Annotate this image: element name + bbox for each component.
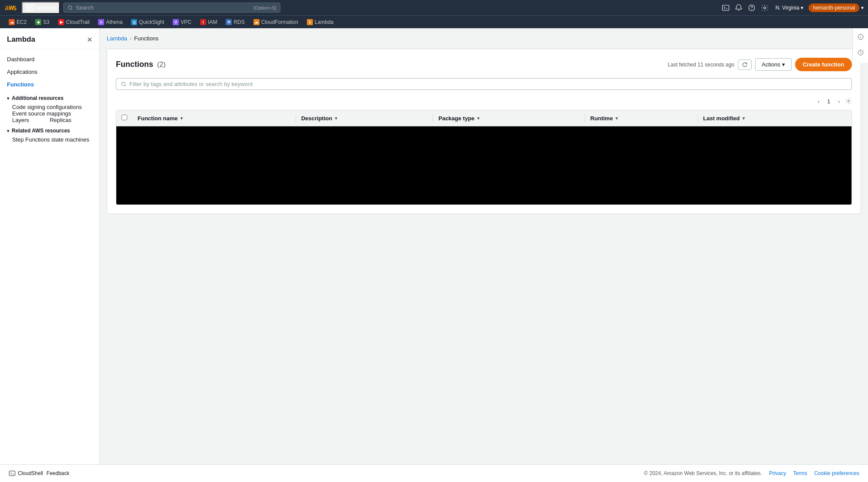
terminal-icon-button[interactable] — [720, 2, 731, 13]
breadcrumb-lambda-link[interactable]: Lambda — [107, 35, 127, 42]
page-settings-button[interactable] — [845, 98, 852, 106]
cloudtrail-label: CloudTrail — [66, 19, 89, 25]
global-search-bar: [Option+S] — [63, 3, 280, 13]
table-body — [116, 126, 852, 205]
sidebar-item-functions[interactable]: Functions — [0, 78, 99, 91]
cloudformation-tag-icon: ☁ — [253, 19, 260, 25]
lambda-tag-icon: λ — [307, 19, 313, 25]
table-header-row: Function name ▼ Description ▼ — [116, 110, 852, 126]
cookie-preferences-link[interactable]: Cookie preferences — [814, 470, 859, 476]
service-tab-cloudformation[interactable]: ☁ CloudFormation — [249, 17, 302, 27]
notifications-icon-button[interactable] — [733, 2, 744, 13]
runtime-sort[interactable]: Runtime ▼ — [590, 115, 619, 122]
right-panel-clock-button[interactable] — [855, 47, 866, 59]
account-button[interactable]: hemanth-personal — [809, 3, 859, 12]
functions-header: Functions (2) Last fetched 11 seconds ag… — [116, 58, 852, 71]
package-type-sort-icon: ▼ — [476, 116, 480, 121]
related-aws-label: Related AWS resources — [12, 128, 70, 134]
global-search-input[interactable] — [76, 4, 251, 11]
quicksight-tag-icon: Q — [131, 19, 137, 25]
svg-point-0 — [68, 6, 72, 9]
search-icon — [67, 5, 73, 11]
cloudshell-icon — [9, 470, 16, 477]
sidebar-item-dashboard[interactable]: Dashboard — [0, 53, 99, 66]
service-tab-lambda[interactable]: λ Lambda — [302, 17, 338, 27]
chevron-down-icon-2: ▾ — [7, 129, 9, 133]
refresh-button[interactable] — [738, 59, 752, 70]
function-name-label: Function name — [138, 115, 178, 122]
right-panel-info-button[interactable] — [855, 32, 866, 44]
sidebar-item-replicas[interactable]: Replicas — [38, 114, 79, 126]
refresh-icon — [742, 62, 748, 68]
service-tabs-bar: ☁ EC2 ◈ S3 ▶ CloudTrail A Athena Q Quick… — [0, 15, 868, 28]
vpc-tag-icon: V — [173, 19, 179, 25]
col-description: Description ▼ — [296, 110, 433, 126]
settings-icon-button[interactable] — [759, 2, 770, 13]
table-search-input[interactable] — [129, 81, 847, 87]
terms-link[interactable]: Terms — [793, 470, 807, 476]
service-tab-s3[interactable]: ◈ S3 — [31, 17, 54, 27]
svg-rect-1 — [722, 5, 729, 10]
functions-title-text: Functions — [116, 60, 153, 69]
create-function-button[interactable]: Create function — [795, 58, 852, 71]
top-nav: Services [Option+S] — [0, 0, 868, 15]
functions-table-container: Function name ▼ Description ▼ — [116, 110, 852, 205]
service-tab-ec2[interactable]: ☁ EC2 — [4, 17, 31, 27]
service-tab-vpc[interactable]: V VPC — [168, 17, 196, 27]
service-tab-rds[interactable]: R RDS — [221, 17, 249, 27]
description-sort[interactable]: Description ▼ — [301, 115, 338, 122]
svg-point-6 — [848, 100, 849, 102]
svg-point-4 — [764, 7, 766, 9]
quicksight-label: QuickSight — [139, 19, 164, 25]
runtime-sort-icon: ▼ — [615, 116, 619, 121]
s3-tag-icon: ◈ — [35, 19, 41, 25]
functions-title-group: Functions (2) — [116, 60, 166, 69]
sidebar-item-step-functions[interactable]: Step Functions state machines — [0, 134, 96, 145]
prev-page-button[interactable]: ‹ — [814, 97, 823, 106]
cloudtrail-tag-icon: ▶ — [58, 19, 64, 25]
sidebar-item-applications[interactable]: Applications — [0, 66, 99, 78]
sidebar-header: Lambda ✕ — [0, 28, 99, 50]
copyright-text: © 2024, Amazon Web Services, Inc. or its… — [644, 470, 762, 476]
chevron-down-icon: ▾ — [7, 96, 9, 101]
select-all-checkbox[interactable] — [122, 115, 127, 120]
last-modified-sort[interactable]: Last modified ▼ — [703, 115, 746, 122]
breadcrumb: Lambda › Functions — [107, 35, 861, 42]
last-modified-sort-icon: ▼ — [742, 116, 746, 121]
next-page-button[interactable]: › — [835, 97, 843, 106]
actions-button[interactable]: Actions ▾ — [755, 58, 792, 71]
table-header: Function name ▼ Description ▼ — [116, 110, 852, 126]
services-label: Services — [34, 4, 56, 11]
privacy-link[interactable]: Privacy — [769, 470, 786, 476]
last-modified-label: Last modified — [703, 115, 740, 122]
right-panel — [852, 28, 868, 63]
col-runtime: Runtime ▼ — [585, 110, 698, 126]
service-tab-iam[interactable]: I IAM — [196, 17, 221, 27]
nav-icons-group: N. Virginia ▾ hemanth-personal ▾ — [720, 2, 864, 13]
feedback-button[interactable]: Feedback — [46, 470, 69, 476]
help-icon-button[interactable] — [746, 2, 757, 13]
aws-logo — [4, 3, 18, 12]
rds-tag-icon: R — [226, 19, 232, 25]
iam-label: IAM — [208, 19, 217, 25]
sidebar-close-button[interactable]: ✕ — [87, 36, 92, 44]
function-name-sort[interactable]: Function name ▼ — [138, 115, 184, 122]
breadcrumb-separator: › — [130, 36, 132, 42]
services-button[interactable]: Services — [22, 2, 60, 14]
description-sort-icon: ▼ — [334, 116, 338, 121]
cloudshell-button[interactable]: CloudShell — [9, 470, 43, 477]
actions-label: Actions — [762, 61, 780, 68]
account-chevron: ▾ — [861, 5, 864, 11]
package-type-sort[interactable]: Package type ▼ — [438, 115, 480, 122]
sort-icon: ▼ — [179, 116, 184, 121]
sidebar-item-layers[interactable]: Layers — [0, 114, 36, 126]
footer-left: CloudShell Feedback — [9, 470, 69, 477]
service-tab-quicksight[interactable]: Q QuickSight — [127, 17, 168, 27]
pagination-row: ‹ 1 › — [116, 97, 852, 106]
service-tab-athena[interactable]: A Athena — [94, 17, 127, 27]
table-body-black-row — [116, 126, 852, 205]
main-content: Lambda › Functions Functions (2) Last fe… — [100, 28, 868, 482]
svg-point-5 — [122, 82, 125, 86]
region-selector[interactable]: N. Virginia ▾ — [772, 3, 807, 12]
service-tab-cloudtrail[interactable]: ▶ CloudTrail — [54, 17, 94, 27]
